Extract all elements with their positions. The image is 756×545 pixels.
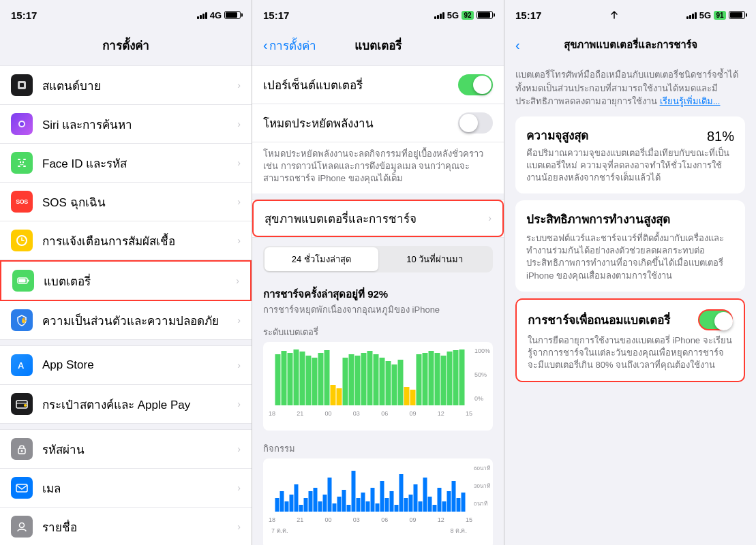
network-type-3: 5G — [699, 10, 711, 20]
svg-rect-88 — [419, 501, 423, 512]
appstore-icon: A — [11, 354, 33, 376]
svg-rect-51 — [423, 353, 428, 405]
power-mode-toggle[interactable] — [458, 112, 493, 134]
notifications-icon — [11, 230, 33, 251]
svg-rect-43 — [374, 354, 379, 405]
optimized-toggle[interactable] — [698, 309, 733, 330]
svg-rect-50 — [417, 354, 422, 405]
settings-item-passwords[interactable]: รหัสผ่าน › — [0, 429, 252, 469]
settings-item-mail[interactable]: เมล › — [0, 469, 252, 508]
notifications-label: การแจ้งเตือนการสัมผัสเชื้อ — [42, 232, 237, 250]
settings-item-wallet[interactable]: กระเป๋าสตางค์และ Apple Pay › — [0, 385, 252, 424]
siri-icon — [11, 113, 33, 135]
svg-rect-91 — [433, 505, 437, 512]
svg-rect-45 — [386, 361, 391, 405]
svg-rect-47 — [398, 360, 404, 405]
settings-item-battery[interactable]: แบตเตอรี่ › — [0, 260, 252, 301]
settings-item-siri[interactable]: Siri และการค้นหา › — [0, 105, 252, 144]
battery-percentage-toggle[interactable] — [458, 74, 493, 95]
battery-icon-1 — [224, 11, 241, 19]
privacy-icon: ✋ — [11, 309, 33, 331]
svg-point-8 — [20, 161, 21, 163]
svg-point-18 — [24, 404, 27, 407]
svg-rect-95 — [452, 481, 456, 512]
battery-level-svg — [269, 347, 472, 409]
settings-item-standby[interactable]: สแตนด์บาย › — [0, 65, 252, 105]
svg-rect-62 — [294, 484, 299, 512]
wallet-label: กระเป๋าสตางค์และ Apple Pay — [42, 395, 237, 414]
settings-item-faceid[interactable]: Face ID และรหัส › — [0, 144, 252, 183]
battery-settings-icon — [12, 270, 34, 292]
chart1-title: ระดับแบตเตอรี่ — [263, 325, 493, 339]
settings-list: สแตนด์บาย › Siri และการค้นหา › Face ID แ… — [0, 60, 252, 545]
optimized-title: การชาร์จเพื่อถนอมแบตเตอรี่ — [528, 311, 670, 329]
contacts-icon — [11, 516, 33, 538]
back-button-2[interactable]: ‹ การตั้งค่า — [263, 36, 316, 54]
activity-chart-container: กิจกรรม 60นาที 30นาที 0นาที — [252, 436, 504, 545]
tab-10d[interactable]: 10 วันที่ผ่านมา — [378, 247, 492, 271]
battery-badge-2: 92 — [462, 11, 474, 20]
svg-rect-17 — [16, 403, 27, 404]
svg-point-3 — [20, 122, 24, 126]
svg-rect-73 — [347, 505, 351, 512]
passwords-label: รหัสผ่าน — [42, 440, 237, 458]
settings-item-notifications[interactable]: การแจ้งเตือนการสัมผัสเชื้อ › — [0, 221, 252, 260]
svg-rect-42 — [367, 351, 373, 405]
svg-rect-38 — [343, 358, 348, 405]
status-icons-1: 4G — [197, 10, 241, 20]
svg-rect-39 — [349, 354, 354, 405]
svg-rect-94 — [447, 491, 451, 512]
settings-item-sos[interactable]: SOS SOS ฉุกเฉิน › — [0, 183, 252, 221]
network-type-1: 4G — [210, 10, 222, 20]
location-icon — [610, 11, 618, 19]
back-button-3[interactable]: ‹ — [515, 37, 521, 53]
charge-info: การชาร์จครั้งล่าสุดอยู่ที่ 92% การชาร์จห… — [252, 281, 504, 320]
faceid-icon — [11, 152, 33, 174]
charge-sub: การชาร์จหยุดพักเนื่องจากอุณหภูมิของ iPho… — [263, 302, 493, 317]
standby-label: สแตนด์บาย — [42, 76, 237, 95]
svg-rect-67 — [318, 501, 322, 512]
svg-rect-65 — [309, 491, 313, 512]
svg-rect-85 — [404, 498, 408, 512]
chart2-title: กิจกรรม — [263, 441, 493, 456]
settings-item-privacy[interactable]: ✋ ความเป็นส่วนตัวและความปลอดภัย › — [0, 301, 252, 340]
battery-icon-2 — [477, 11, 493, 19]
status-bar-1: 15:17 4G — [0, 0, 252, 30]
svg-rect-55 — [447, 352, 453, 405]
svg-rect-82 — [390, 491, 394, 512]
svg-rect-41 — [361, 353, 367, 405]
svg-rect-63 — [299, 505, 303, 512]
status-time-3: 15:17 — [515, 10, 541, 21]
svg-rect-74 — [352, 471, 356, 512]
svg-rect-12 — [27, 280, 29, 282]
svg-rect-89 — [423, 478, 427, 512]
svg-rect-77 — [366, 501, 370, 512]
panel-battery: 15:17 5G 92 ‹ การตั้งค่า แบตเตอรี่ — [252, 0, 504, 545]
svg-rect-28 — [282, 351, 287, 405]
panel-settings-list: 15:17 4G การตั้งค่า สแตนด์บาย — [0, 0, 252, 545]
svg-point-9 — [22, 161, 24, 163]
privacy-label: ความเป็นส่วนตัวและความปลอดภัย — [42, 311, 237, 330]
settings-item-contacts[interactable]: รายชื่อ › — [0, 508, 252, 545]
settings-item-appstore[interactable]: A App Store › — [0, 345, 252, 385]
siri-label: Siri และการค้นหา — [42, 115, 237, 134]
status-time-1: 15:17 — [11, 10, 37, 21]
power-mode-description: โหมดประหยัดพลังงานจะลดกิจกรรมที่อยู่เบื้… — [252, 142, 504, 193]
network-type-2: 5G — [447, 10, 459, 20]
svg-rect-7 — [23, 166, 26, 167]
svg-rect-1 — [20, 83, 24, 87]
svg-rect-79 — [376, 503, 380, 512]
back-label-2: การตั้งค่า — [269, 36, 316, 54]
max-capacity-title: ความจุสูงสุด — [526, 126, 588, 144]
svg-rect-6 — [18, 166, 20, 167]
health-link-row[interactable]: สุขภาพแบตเตอรี่และการชาร์จ › — [252, 200, 504, 237]
svg-rect-31 — [300, 352, 305, 405]
wallet-icon — [11, 393, 33, 415]
tab-24h[interactable]: 24 ชั่วโมงล่าสุด — [264, 247, 378, 271]
back-arrow-3: ‹ — [515, 37, 520, 53]
learn-more-link[interactable]: เรียนรู้เพิ่มเติม... — [660, 96, 721, 106]
battery-chart-container: ระดับแบตเตอรี่ 100% 50% 0% — [252, 320, 504, 436]
svg-rect-32 — [306, 356, 312, 405]
chart1-area: 100% 50% 0% — [263, 342, 493, 431]
svg-rect-66 — [314, 488, 318, 512]
